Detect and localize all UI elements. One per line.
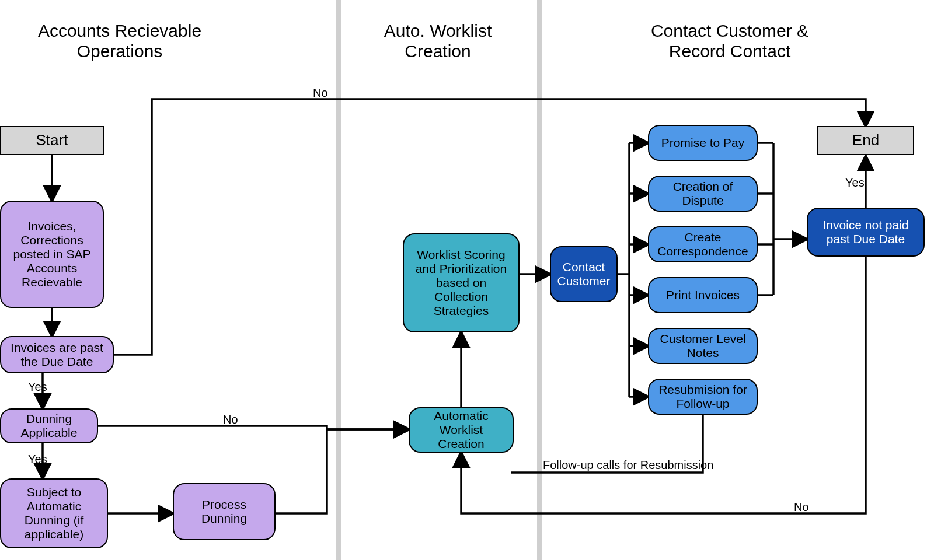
dunning-applicable-node: Dunning Applicable [0, 408, 98, 443]
end-node: End [817, 126, 914, 155]
label-yes-dunning: Yes [28, 453, 47, 466]
invoices-posted-node: Invoices, Corrections posted in SAP Acco… [0, 201, 104, 308]
worklist-scoring-node: Worklist Scoring and Prioritization base… [403, 233, 520, 332]
create-correspondence-node: Create Correspondence [648, 226, 758, 262]
diagram-stage: Accounts Recievable Operations Auto. Wor… [0, 0, 934, 560]
auto-worklist-node: Automatic Worklist Creation [409, 407, 514, 453]
contact-customer-node: Contact Customer [550, 246, 618, 302]
creation-dispute-node: Creation of Dispute [648, 176, 758, 212]
lane-separator-2 [537, 0, 542, 560]
label-followup: Follow-up calls for Resubmission [543, 459, 713, 472]
label-no-dunning: No [223, 413, 238, 426]
lane-title-2: Auto. Worklist Creation [356, 21, 520, 61]
past-due-node: Invoices are past the Due Date [0, 336, 114, 373]
invoice-not-paid-node: Invoice not paid past Due Date [807, 208, 925, 257]
lane-title-3: Contact Customer & Record Contact [584, 21, 876, 61]
label-yes-pastdue: Yes [28, 380, 47, 394]
label-yes-end: Yes [845, 176, 865, 190]
resubmission-node: Resubmision for Follow-up [648, 379, 758, 415]
subject-dunning-node: Subject to Automatic Dunning (if applica… [0, 478, 108, 548]
label-no-top: No [313, 86, 328, 100]
start-node: Start [0, 126, 104, 155]
customer-notes-node: Customer Level Notes [648, 328, 758, 364]
promise-to-pay-node: Promise to Pay [648, 125, 758, 161]
label-no-invoice: No [794, 501, 809, 514]
print-invoices-node: Print Invoices [648, 277, 758, 313]
process-dunning-node: Process Dunning [173, 483, 276, 540]
lane-separator-1 [336, 0, 341, 560]
lane-title-1: Accounts Recievable Operations [23, 21, 216, 61]
